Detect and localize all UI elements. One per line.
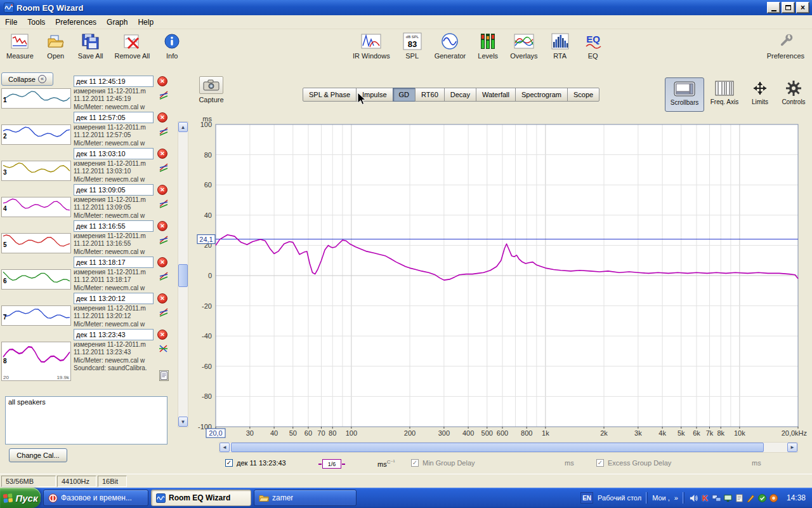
tab-gd[interactable]: GD <box>393 88 416 102</box>
delete-measurement-button[interactable]: ✕ <box>157 185 167 195</box>
measurement-name-input[interactable] <box>74 112 154 123</box>
measurement-thumbnail[interactable]: 2 <box>1 124 71 145</box>
overlays-button[interactable]: Overlays <box>510 32 537 60</box>
maximize-button[interactable] <box>782 2 795 13</box>
spl-meter-button[interactable]: dB SPL83 SPL <box>402 32 423 60</box>
menu-preferences[interactable]: Preferences <box>50 17 102 28</box>
graph-horizontal-scrollbar[interactable]: ◄ ► <box>219 442 798 453</box>
tab-waterfall[interactable]: Waterfall <box>476 88 516 102</box>
measurement-name-input[interactable] <box>74 76 154 87</box>
preferences-button[interactable]: Preferences <box>767 32 804 60</box>
measurement-entry-4[interactable]: ✕4измерения 11-12-2011.m11.12.2011 13:09… <box>0 184 176 218</box>
tray-update-icon[interactable] <box>769 493 778 503</box>
taskbar-task-phase[interactable]: Фазовое и времен... <box>43 490 148 506</box>
toolbar-chevron[interactable]: » <box>674 494 678 502</box>
taskbar-task-rew[interactable]: Room EQ Wizard <box>151 490 251 506</box>
measurement-notes-button[interactable] <box>159 370 169 381</box>
delete-measurement-button[interactable]: ✕ <box>157 221 167 231</box>
change-cal-button[interactable]: Change Cal... <box>9 448 67 462</box>
delete-measurement-button[interactable]: ✕ <box>157 112 167 123</box>
measurement-entry-8[interactable]: ✕82019.9kизмерения 11-12-2011.m11.12.201… <box>0 329 176 387</box>
measurement-name-input[interactable] <box>74 184 154 196</box>
info-button[interactable]: Info <box>161 32 183 60</box>
delete-measurement-button[interactable]: ✕ <box>157 293 167 304</box>
vertical-scroll-thumb[interactable] <box>178 264 188 287</box>
limits-button[interactable]: Limits <box>745 77 775 112</box>
scroll-down-button[interactable]: ▼ <box>178 417 188 427</box>
tab-spectrogram[interactable]: Spectrogram <box>515 88 568 102</box>
measurement-thumbnail[interactable]: 82019.9k <box>1 342 71 381</box>
my-toolbar-label[interactable]: Мои , <box>652 494 670 502</box>
measurement-name-input[interactable] <box>74 220 154 232</box>
measurement-thumbnail[interactable]: 6 <box>1 269 71 290</box>
remove-all-button[interactable]: Remove All <box>115 32 150 60</box>
desktop-toolbar-label[interactable]: Рабочий стол <box>598 494 641 502</box>
measurement-name-input[interactable] <box>74 148 154 159</box>
measure-button[interactable]: Measure <box>6 32 34 60</box>
tab-rt60[interactable]: RT60 <box>415 88 445 102</box>
measurement-entry-3[interactable]: ✕3измерения 11-12-2011.m11.12.2011 13:03… <box>0 148 176 182</box>
tray-display-icon[interactable] <box>723 493 733 503</box>
measurement-entry-5[interactable]: ✕5измерения 11-12-2011.m11.12.2011 13:16… <box>0 220 176 255</box>
trace-settings-icon[interactable] <box>159 307 169 318</box>
delete-measurement-button[interactable]: ✕ <box>157 149 167 159</box>
measurement-notes-field[interactable] <box>5 396 167 444</box>
measurement-entry-2[interactable]: ✕2измерения 11-12-2011.m11.12.2011 12:57… <box>0 112 176 146</box>
measurement-thumbnail[interactable]: 3 <box>1 161 71 181</box>
language-indicator[interactable]: EN <box>580 492 593 504</box>
measurement-name-input[interactable] <box>74 329 154 340</box>
measurement-thumbnail[interactable]: 1 <box>1 88 71 109</box>
freq-axis-button[interactable]: Freq. Axis <box>707 77 742 112</box>
trace-settings-icon[interactable] <box>159 90 169 100</box>
gd-chart[interactable]: ms100806040200-20-40-60-80-10020,0304050… <box>190 114 812 441</box>
trace-checkbox[interactable]: ✓ <box>225 459 233 467</box>
measurement-name-input[interactable] <box>74 293 154 304</box>
scroll-right-button[interactable]: ► <box>787 443 797 452</box>
trace-settings-icon[interactable] <box>159 271 169 281</box>
measurement-thumbnail[interactable]: 5 <box>1 233 71 253</box>
measurement-entry-7[interactable]: ✕7измерения 11-12-2011.m11.12.2011 13:20… <box>0 293 176 327</box>
menu-tools[interactable]: Tools <box>22 17 50 28</box>
menu-help[interactable]: Help <box>133 17 159 28</box>
trace-settings-icon[interactable] <box>159 235 169 245</box>
trace-settings-icon[interactable] <box>159 199 169 209</box>
open-button[interactable]: Open <box>45 32 67 60</box>
excess-gd-checkbox[interactable]: ✓ <box>596 459 604 467</box>
scrollbars-button[interactable]: Scrollbars <box>665 77 704 112</box>
smoothing-control[interactable]: 1/6 <box>322 459 341 469</box>
tab-spl-phase[interactable]: SPL & Phase <box>303 88 357 102</box>
taskbar-task-zamer[interactable]: zamer <box>254 490 357 506</box>
levels-button[interactable]: Levels <box>477 32 499 60</box>
menu-graph[interactable]: Graph <box>102 17 133 28</box>
tray-pen-icon[interactable] <box>746 493 756 503</box>
trace-settings-icon[interactable] <box>159 126 169 137</box>
menu-file[interactable]: File <box>0 17 22 28</box>
controls-button[interactable]: Controls <box>778 77 809 112</box>
close-button[interactable]: × <box>796 2 809 13</box>
minimize-button[interactable] <box>767 2 780 13</box>
trace-settings-icon[interactable] <box>159 163 169 173</box>
scroll-up-button[interactable]: ▲ <box>178 122 188 132</box>
tray-clipboard-icon[interactable] <box>735 493 744 503</box>
measurement-entry-6[interactable]: ✕6измерения 11-12-2011.m11.12.2011 13:18… <box>0 257 176 291</box>
tray-network-icon[interactable] <box>712 493 721 503</box>
tab-decay[interactable]: Decay <box>444 88 476 102</box>
horizontal-scroll-thumb[interactable] <box>231 443 764 452</box>
measurement-entry-1[interactable]: ✕1измерения 11-12-2011.m11.12.2011 12:45… <box>0 76 176 110</box>
scroll-left-button[interactable]: ◄ <box>219 443 230 452</box>
tab-scope[interactable]: Scope <box>567 88 599 102</box>
delete-measurement-button[interactable]: ✕ <box>157 330 167 340</box>
tab-impulse[interactable]: Impulse <box>356 88 393 102</box>
delete-measurement-button[interactable]: ✕ <box>157 257 167 267</box>
toolbar-grip[interactable] <box>646 492 648 504</box>
measurement-thumbnail[interactable]: 7 <box>1 305 71 326</box>
min-gd-checkbox[interactable]: ✓ <box>411 459 419 467</box>
start-button[interactable]: Пуск <box>0 488 41 508</box>
delete-measurement-button[interactable]: ✕ <box>157 76 167 86</box>
tray-agent-icon[interactable] <box>757 493 767 503</box>
generator-button[interactable]: Generator <box>435 32 466 60</box>
measurement-thumbnail[interactable]: 4 <box>1 197 71 217</box>
ir-windows-button[interactable]: IR Windows <box>353 32 390 60</box>
measurement-name-input[interactable] <box>74 257 154 268</box>
eq-button[interactable]: EQ EQ <box>582 32 604 60</box>
